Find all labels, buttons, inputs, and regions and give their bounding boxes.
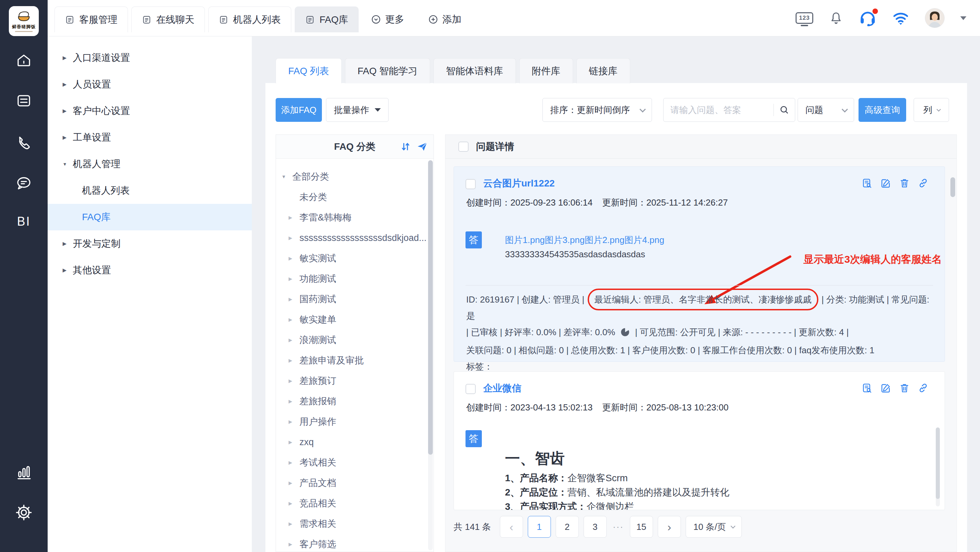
home-icon[interactable] <box>0 52 48 69</box>
page-button-3[interactable]: 3 <box>584 516 607 538</box>
advanced-query-button[interactable]: 高级查询 <box>859 98 906 122</box>
category-item[interactable]: ▶敏实建单 <box>276 309 434 330</box>
chat-icon[interactable] <box>0 174 48 192</box>
caret-right-icon[interactable]: ▶ <box>288 317 298 322</box>
edit-icon[interactable] <box>880 383 891 393</box>
caret-right-icon[interactable]: ▶ <box>288 358 298 363</box>
send-plane-icon[interactable] <box>417 141 428 153</box>
columns-button[interactable]: 列 <box>914 98 949 122</box>
category-item[interactable]: ▶需求相关 <box>276 514 434 534</box>
nav-other-settings[interactable]: ▶其他设置 <box>48 257 252 283</box>
nav-entry-channel[interactable]: ▶入口渠道设置 <box>48 45 252 71</box>
category-item[interactable]: ▶李雷&韩梅梅 <box>276 207 434 227</box>
tab-agent-corpus[interactable]: 智能体语料库 <box>434 58 516 83</box>
caret-right-icon[interactable]: ▶ <box>288 419 298 425</box>
tab-robot-list[interactable]: 机器人列表 <box>208 6 291 32</box>
category-item[interactable]: ▶用户操作 <box>276 412 434 432</box>
preview-icon[interactable] <box>862 178 872 189</box>
preview-icon[interactable] <box>862 383 872 393</box>
faq-title-link[interactable]: 云合图片url1222 <box>483 177 555 190</box>
search-icon[interactable] <box>774 105 795 115</box>
account-caret-icon[interactable] <box>960 16 966 20</box>
settings-gear-icon[interactable] <box>0 504 48 521</box>
category-scrollbar-thumb[interactable] <box>428 160 433 455</box>
page-button-1[interactable]: 1 <box>528 516 551 538</box>
nav-ticket[interactable]: ▶工单设置 <box>48 124 252 151</box>
add-workspace-button[interactable]: 添加 <box>428 6 461 32</box>
caret-down-icon[interactable]: ▼ <box>282 174 290 179</box>
category-item[interactable]: ▶敏实测试 <box>276 248 434 269</box>
page-ellipsis[interactable]: ··· <box>611 522 625 532</box>
caret-right-icon[interactable]: ▶ <box>288 521 298 527</box>
caret-right-icon[interactable]: ▶ <box>288 460 298 465</box>
statistics-icon[interactable] <box>0 463 48 481</box>
delete-icon[interactable] <box>899 383 910 393</box>
link-icon[interactable] <box>918 178 929 189</box>
category-item[interactable]: ▶差旅预订 <box>276 371 434 391</box>
category-item[interactable]: ▶浪潮测试 <box>276 330 434 350</box>
nav-dev-custom[interactable]: ▶开发与定制 <box>48 231 252 257</box>
caret-right-icon[interactable]: ▶ <box>288 215 298 220</box>
prev-page-button[interactable]: ‹ <box>500 516 523 538</box>
caret-right-icon[interactable]: ▶ <box>288 276 298 282</box>
caret-right-icon[interactable]: ▶ <box>288 480 298 486</box>
category-item[interactable]: ▶ssssssssssssssssssdsdkjoad... <box>276 227 434 248</box>
caret-right-icon[interactable]: ▶ <box>288 296 298 302</box>
category-item[interactable]: ▶差旅申请及审批 <box>276 350 434 371</box>
next-page-button[interactable]: › <box>658 516 681 538</box>
page-size-select[interactable]: 10 条/页 <box>686 516 742 538</box>
nav-robot-list[interactable]: 机器人列表 <box>48 177 252 204</box>
category-item[interactable]: ▶考试相关 <box>276 452 434 473</box>
page-button-15[interactable]: 15 <box>630 516 653 538</box>
category-item[interactable]: ▶差旅报销 <box>276 391 434 412</box>
nav-robot-management[interactable]: ▼机器人管理 <box>48 151 252 177</box>
user-avatar[interactable] <box>925 8 945 28</box>
nav-staff[interactable]: ▶人员设置 <box>48 71 252 98</box>
tab-attachment-library[interactable]: 附件库 <box>519 58 573 83</box>
faq-title-link[interactable]: 企业微信 <box>483 382 521 395</box>
caret-right-icon[interactable]: ▶ <box>288 399 298 404</box>
answer-attachment-link[interactable]: 图片1.png图片3.png图片2.png图片4.png <box>505 234 664 246</box>
caret-right-icon[interactable]: ▶ <box>288 501 298 506</box>
sort-order-icon[interactable] <box>400 141 411 152</box>
more-menu[interactable]: 更多 <box>371 6 404 32</box>
workbench-monitor-icon[interactable]: 123 <box>795 12 813 24</box>
batch-actions-button[interactable]: 批量操作 <box>326 98 388 122</box>
add-faq-button[interactable]: 添加FAQ <box>275 98 322 122</box>
link-icon[interactable] <box>918 383 929 393</box>
faq-checkbox[interactable] <box>466 179 476 189</box>
category-item[interactable]: 未分类 <box>276 187 434 207</box>
delete-icon[interactable] <box>899 178 910 189</box>
nav-faq-library[interactable]: FAQ库 <box>48 204 252 231</box>
list-scrollbar-thumb[interactable] <box>950 177 955 197</box>
category-item[interactable]: ▶客户筛选 <box>276 534 434 552</box>
notification-bell-icon[interactable] <box>829 11 843 25</box>
caret-right-icon[interactable]: ▶ <box>288 439 298 445</box>
search-input[interactable] <box>670 105 773 115</box>
tab-faq-list[interactable]: FAQ 列表 <box>275 58 342 83</box>
network-wifi-icon[interactable] <box>892 11 909 25</box>
bi-icon[interactable]: BI <box>0 215 48 229</box>
category-item[interactable]: ▶竞品相关 <box>276 493 434 514</box>
workorder-icon[interactable] <box>0 92 48 110</box>
sort-select[interactable]: 排序：更新时间倒序 <box>542 98 652 122</box>
caret-right-icon[interactable]: ▶ <box>288 256 298 261</box>
nav-customer-center[interactable]: ▶客户中心设置 <box>48 98 252 124</box>
tab-faq-smart-learning[interactable]: FAQ 智能学习 <box>345 58 430 83</box>
tab-customer-service[interactable]: 客服管理 <box>54 6 128 32</box>
select-all-checkbox[interactable] <box>458 142 469 152</box>
category-item[interactable]: ▶功能测试 <box>276 269 434 289</box>
tab-link-library[interactable]: 链接库 <box>576 58 630 83</box>
faq-checkbox[interactable] <box>466 384 476 394</box>
category-item[interactable]: ▶zxq <box>276 432 434 452</box>
answer-scrollbar-thumb[interactable] <box>936 428 940 499</box>
tab-faq-library[interactable]: FAQ库 <box>295 6 359 32</box>
edit-icon[interactable] <box>880 178 891 189</box>
category-item[interactable]: ▶国药测试 <box>276 289 434 309</box>
search-field-select[interactable]: 问题 <box>798 98 854 122</box>
category-item-all[interactable]: ▼全部分类 <box>276 166 434 187</box>
caret-right-icon[interactable]: ▶ <box>288 378 298 383</box>
brand-logo[interactable]: 鲜香猪脚饭 <box>9 6 39 36</box>
caret-right-icon[interactable]: ▶ <box>288 235 298 240</box>
call-icon[interactable] <box>0 133 48 151</box>
